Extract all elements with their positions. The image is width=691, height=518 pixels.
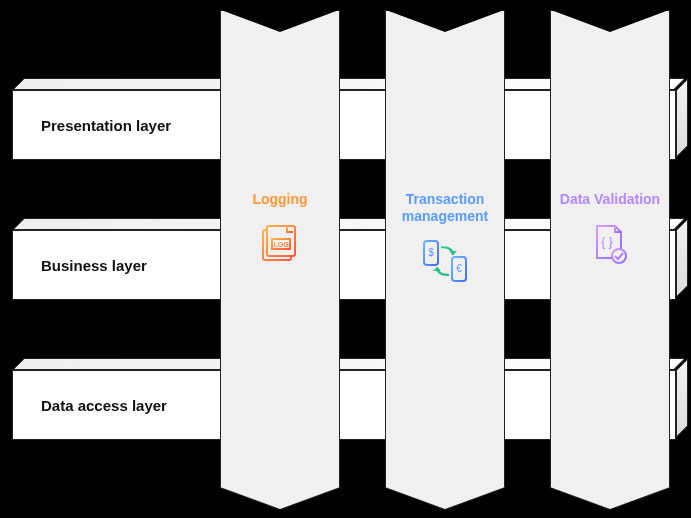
pillar-data-validation: Data Validation { }	[550, 10, 670, 488]
svg-text:{ }: { }	[601, 235, 612, 249]
svg-text:€: €	[456, 263, 462, 274]
transaction-exchange-icon: $ €	[419, 237, 471, 289]
svg-marker-8	[449, 251, 457, 255]
svg-text:LOG: LOG	[273, 241, 289, 248]
pillar-title: Data Validation	[551, 191, 669, 208]
layer-label: Data access layer	[41, 397, 167, 414]
svg-text:$: $	[428, 247, 434, 258]
pillar-logging: Logging LOG	[220, 10, 340, 488]
svg-point-11	[612, 249, 626, 263]
log-file-icon: LOG	[257, 220, 303, 270]
layer-label: Business layer	[41, 257, 147, 274]
layer-label: Presentation layer	[41, 117, 171, 134]
pillar-title: Transaction management	[386, 191, 504, 225]
svg-marker-9	[433, 267, 441, 271]
pillar-title: Logging	[221, 191, 339, 208]
pillar-transaction-management: Transaction management $ €	[385, 10, 505, 488]
data-validation-icon: { }	[587, 220, 633, 270]
